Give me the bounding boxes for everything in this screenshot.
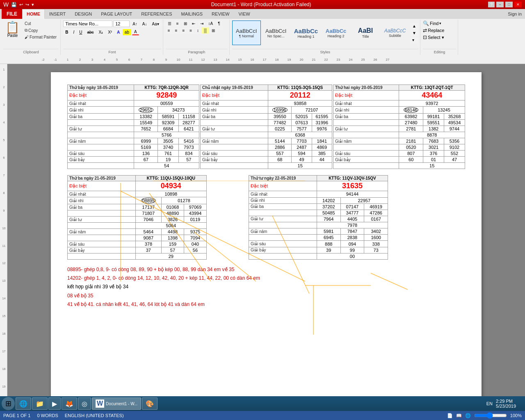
note-5: 41 về bộ 41. cá nhân kết 41, 41, 46, 64 … <box>67 301 465 308</box>
format-painter-button[interactable]: 🖌 Format Painter <box>23 34 59 40</box>
align-left-btn[interactable]: ≡ <box>166 27 172 34</box>
tab-review[interactable]: REVIEW <box>207 9 234 19</box>
font-shrink-btn[interactable]: A↓ <box>140 21 149 27</box>
tab-file[interactable]: FILE <box>2 9 22 19</box>
styles-scroll-down[interactable]: ▼ <box>410 30 418 36</box>
taskbar-paint[interactable]: 🎨 <box>142 397 158 410</box>
taskbar-ie[interactable]: 🌐 <box>16 397 31 410</box>
taskbar-firefox[interactable]: 🦊 <box>62 397 77 410</box>
main-area: 1 2 3 4 5 6 7 8 9 10 11 12 13 14 15 16 1… <box>0 64 525 403</box>
lottery-table-1: Thứ bảy ngày 18-05-2019 KTTG: 7QR-12QR-3… <box>67 84 199 169</box>
horizontal-ruler: -2 -1 1 2 3 4 5 6 7 8 9 10 11 12 13 14 1… <box>0 56 525 64</box>
select-icon: ⊡ <box>423 34 427 40</box>
tab-references[interactable]: REFERENCES <box>137 9 176 19</box>
cut-button[interactable]: Cut <box>23 21 59 27</box>
style-heading1[interactable]: AaBbCc Heading 1 <box>291 21 321 45</box>
tab-insert[interactable]: INSERT <box>45 9 70 19</box>
taskbar-word[interactable]: W Document1 - W... <box>92 397 141 410</box>
style-no-spacing[interactable]: AaBbCcI No Spac... <box>262 21 290 45</box>
replace-button[interactable]: ⇄ Replace <box>423 27 456 33</box>
sign-in-btn[interactable]: Sign in <box>508 11 525 16</box>
zoom-level: 100% <box>510 413 522 418</box>
font-size-dropdown[interactable]: 12 <box>113 21 130 27</box>
lottery-row-2: Thứ ba ngày 21-05-2019 KTTG: 11QU-15QU-1… <box>67 175 465 260</box>
justify-btn[interactable]: ≡ <box>187 27 194 34</box>
quick-redo[interactable]: ↪ <box>25 2 29 7</box>
tab-design[interactable]: DESIGN <box>70 9 96 19</box>
strikethrough-btn[interactable]: abc <box>85 29 96 35</box>
numbering-btn[interactable]: ≡ <box>174 21 181 27</box>
note-4: 08 về bộ 35 <box>67 292 465 300</box>
editing-group-label: Editing <box>423 49 456 54</box>
window-title: Document1 - Word (Product Activation Fai… <box>34 2 488 7</box>
zoom-slider[interactable] <box>474 412 507 419</box>
align-center-btn[interactable]: ≡ <box>173 27 180 34</box>
view-read-icon[interactable]: 📖 <box>456 413 462 418</box>
bullets-btn[interactable]: ☰ <box>166 21 173 27</box>
tab-mailings[interactable]: MAILINGS <box>177 9 208 19</box>
editing-group: 🔍 Find ▾ ⇄ Replace ⊡ Select ▾ Editing <box>421 20 458 55</box>
style-subtitle[interactable]: AaBbCcC Subtitle <box>381 21 409 45</box>
align-right-btn[interactable]: ≡ <box>180 27 187 34</box>
lottery-table-3: Thứ hai ngày 20-05-2019 KTTG: 13QT-2QT-1… <box>333 84 465 169</box>
help-icon[interactable]: ? <box>488 2 495 7</box>
view-web-icon[interactable]: 🌐 <box>465 413 471 418</box>
find-button[interactable]: 🔍 Find ▾ <box>423 21 456 26</box>
taskbar-media[interactable]: ▶ <box>48 397 61 410</box>
subscript-btn[interactable]: X₂ <box>97 29 105 35</box>
styles-more[interactable]: ▾ <box>410 37 418 43</box>
style-title[interactable]: AaBI Title <box>351 21 380 45</box>
superscript-btn[interactable]: X² <box>106 29 114 35</box>
style-normal[interactable]: AaBbCcI ¶ Normal <box>232 21 261 45</box>
view-print-icon[interactable]: 📄 <box>447 413 453 418</box>
style-heading2[interactable]: AaBbCc Heading 2 <box>322 21 350 45</box>
borders-btn[interactable]: ⊞ <box>210 27 217 34</box>
increase-indent-btn[interactable]: ⇥ <box>198 21 205 27</box>
select-button[interactable]: ⊡ Select ▾ <box>423 34 456 40</box>
bold-button[interactable]: B <box>63 29 70 35</box>
note-1: 08895- ghép 0,8, 9- có dòng 08, 89, 90 +… <box>67 266 465 274</box>
firefox-icon: 🦊 <box>65 400 73 408</box>
tab-home[interactable]: HOME <box>22 9 45 19</box>
paste-icon: 📋 <box>5 22 20 33</box>
styles-group: AaBbCcI ¶ Normal AaBbCcI No Spac... AaBb… <box>231 20 420 55</box>
clipboard-group: 📋 Paste Cut ⧉ Copy 🖌 Format Painter Clip… <box>2 20 61 55</box>
start-button[interactable]: ⊞ <box>2 397 15 410</box>
styles-scroll-up[interactable]: ▲ <box>410 23 418 29</box>
shading-btn[interactable]: ▒ <box>202 27 209 34</box>
font-color-btn[interactable]: A <box>132 29 139 35</box>
lottery-table-5: Thứ tư ngày 22-05-2019 KTTG: 11QV-13QV-1… <box>249 175 388 260</box>
font-grow-btn[interactable]: A↑ <box>130 21 139 27</box>
close-btn[interactable]: ✕ <box>514 2 522 7</box>
sort-btn[interactable]: ↕A <box>206 21 215 27</box>
italic-button[interactable]: I <box>71 29 76 35</box>
show-para-btn[interactable]: ¶ <box>216 21 222 27</box>
clipboard-mini-buttons: Cut ⧉ Copy 🖌 Format Painter <box>23 21 59 40</box>
font-name-dropdown[interactable]: Times New Ro... <box>63 21 112 27</box>
styles-group-label: Styles <box>232 49 418 54</box>
document-area[interactable]: Thứ bảy ngày 18-05-2019 KTTG: 7QR-12QR-3… <box>7 64 525 403</box>
quick-undo[interactable]: ↩ <box>19 2 23 7</box>
copy-button[interactable]: ⧉ Copy <box>23 27 59 34</box>
line-spacing-btn[interactable]: ↕ <box>195 27 201 34</box>
multilevel-btn[interactable]: ⊞ <box>182 21 189 27</box>
tab-page-layout[interactable]: PAGE LAYOUT <box>96 9 137 19</box>
taskbar-chrome[interactable]: ◎ <box>78 397 91 410</box>
paragraph-group-label: Paragraph <box>166 49 228 54</box>
paste-button[interactable]: 📋 Paste <box>3 21 22 39</box>
underline-button[interactable]: U <box>77 29 84 35</box>
paste-label: Paste <box>7 33 18 38</box>
lottery-row-1: Thứ bảy ngày 18-05-2019 KTTG: 7QR-12QR-3… <box>67 84 465 169</box>
text-highlight-btn[interactable]: ab <box>123 29 131 35</box>
taskbar-explorer[interactable]: 📁 <box>32 397 48 410</box>
decrease-indent-btn[interactable]: ⇤ <box>190 21 197 27</box>
maximize-btn[interactable]: □ <box>505 2 513 7</box>
ribbon-tab-row: FILE HOME INSERT DESIGN PAGE LAYOUT REFE… <box>0 9 525 19</box>
minimize-btn[interactable]: − <box>496 2 504 7</box>
word-count: 0 WORDS <box>37 413 58 418</box>
word-icon: W <box>3 1 9 8</box>
change-case-btn[interactable]: Aa▾ <box>150 21 161 27</box>
quick-save[interactable]: 💾 <box>11 2 17 7</box>
text-effects-btn[interactable]: A <box>115 29 122 35</box>
tab-view[interactable]: VIEW <box>234 9 255 19</box>
